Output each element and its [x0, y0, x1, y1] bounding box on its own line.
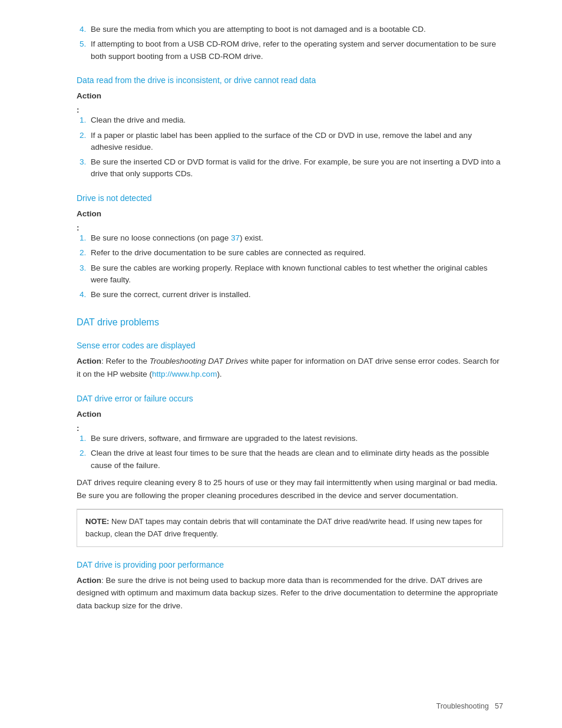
- list-item: If a paper or plastic label has been app…: [88, 130, 503, 154]
- action-label-dat-error: Action: [77, 408, 503, 421]
- hp-link[interactable]: http://www.hp.com: [152, 370, 217, 378]
- section-heading-drive-not-detected: Drive is not detected: [77, 193, 503, 203]
- data-read-list: Clean the drive and media. If a paper or…: [88, 114, 503, 180]
- footer-label: Troubleshooting: [436, 702, 488, 710]
- drive-not-detected-list: Be sure no loose connections (on page 37…: [88, 232, 503, 301]
- note-label: NOTE:: [85, 517, 109, 526]
- section-heading-dat-problems: DAT drive problems: [77, 317, 503, 328]
- footer-page-number: 57: [495, 702, 503, 710]
- list-item: Clean the drive and media.: [88, 114, 503, 126]
- section-heading-sense-error: Sense error codes are displayed: [77, 341, 503, 350]
- dat-error-list: Be sure drivers, software, and firmware …: [88, 433, 503, 472]
- action-label-data-read: Action: [77, 90, 503, 103]
- sense-error-action: Action: Refer to the Troubleshooting DAT…: [77, 355, 503, 380]
- page-footer: Troubleshooting 57: [436, 702, 503, 710]
- list-item: Clean the drive at least four times to b…: [88, 447, 503, 472]
- list-item-5: If attempting to boot from a USB CD-ROM …: [88, 38, 503, 62]
- list-item-4: Be sure the media from which you are att…: [88, 24, 503, 35]
- intro-list: Be sure the media from which you are att…: [88, 24, 503, 62]
- note-box: NOTE: New DAT tapes may contain debris t…: [77, 509, 503, 547]
- list-item: Be sure the correct, current driver is i…: [88, 289, 503, 301]
- list-item: Be sure the inserted CD or DVD format is…: [88, 156, 503, 180]
- dat-performance-action: Action: Be sure the drive is not being u…: [77, 574, 503, 612]
- list-item: Be sure the cables are working properly.…: [88, 262, 503, 286]
- section-heading-dat-error: DAT drive error or failure occurs: [77, 394, 503, 403]
- section-heading-data-read: Data read from the drive is inconsistent…: [77, 75, 503, 85]
- list-item: Be sure no loose connections (on page 37…: [88, 232, 503, 244]
- note-text: New DAT tapes may contain debris that wi…: [85, 517, 482, 538]
- section-heading-dat-performance: DAT drive is providing poor performance: [77, 560, 503, 569]
- page-content: Be sure the media from which you are att…: [0, 0, 562, 728]
- dat-extra-para: DAT drives require cleaning every 8 to 2…: [77, 476, 503, 502]
- list-item: Refer to the drive documentation to be s…: [88, 247, 503, 259]
- page-link-37[interactable]: 37: [231, 233, 240, 242]
- list-item: Be sure drivers, software, and firmware …: [88, 433, 503, 444]
- action-label-drive-detected: Action: [77, 207, 503, 220]
